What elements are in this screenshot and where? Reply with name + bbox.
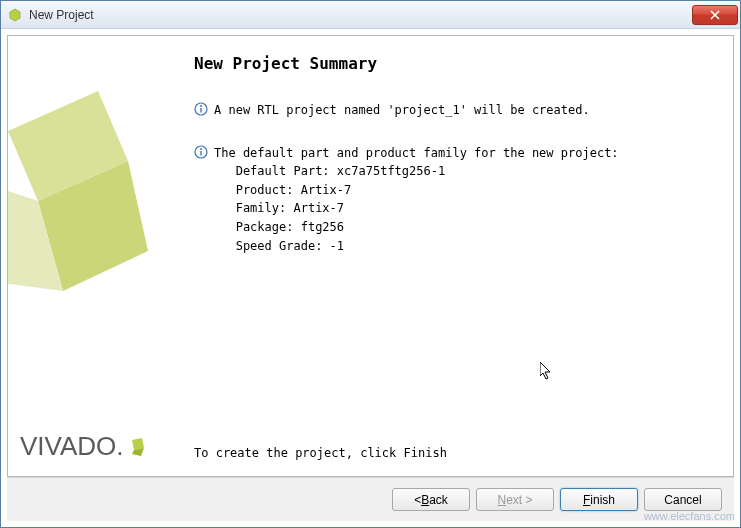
finish-hint: To create the project, click Finish xyxy=(194,446,713,460)
info-row-1: A new RTL project named 'project_1' will… xyxy=(194,101,713,120)
dialog-window: New Project VIVADO. xyxy=(0,0,741,528)
button-bar: < Back Next > Finish Cancel xyxy=(7,477,734,521)
logo-dot: . xyxy=(116,431,123,462)
back-button[interactable]: < Back xyxy=(392,488,470,511)
info-icon xyxy=(194,145,208,159)
titlebar: New Project xyxy=(1,1,740,29)
close-icon xyxy=(710,10,720,20)
app-icon xyxy=(7,7,23,23)
info-icon xyxy=(194,102,208,116)
logo-text: VIVADO xyxy=(20,431,116,462)
decorative-shape xyxy=(8,91,188,391)
info-text-2: The default part and product family for … xyxy=(214,144,619,256)
svg-rect-13 xyxy=(200,151,201,156)
svg-marker-6 xyxy=(132,438,144,450)
close-button[interactable] xyxy=(692,5,738,25)
window-title: New Project xyxy=(29,8,692,22)
side-graphic: VIVADO. xyxy=(8,36,188,476)
svg-point-9 xyxy=(200,105,202,107)
info-text-1: A new RTL project named 'project_1' will… xyxy=(214,101,590,120)
svg-marker-0 xyxy=(10,9,20,21)
vivado-logo: VIVADO. xyxy=(20,431,148,462)
page-title: New Project Summary xyxy=(194,54,713,73)
info-row-2: The default part and product family for … xyxy=(194,144,713,256)
svg-rect-10 xyxy=(200,108,201,113)
content-area: New Project Summary A new RTL project na… xyxy=(188,36,733,476)
next-button: Next > xyxy=(476,488,554,511)
svg-marker-7 xyxy=(132,448,144,456)
cancel-button[interactable]: Cancel xyxy=(644,488,722,511)
svg-point-12 xyxy=(200,148,202,150)
finish-button[interactable]: Finish xyxy=(560,488,638,511)
dialog-body: VIVADO. New Project Summary xyxy=(7,35,734,477)
logo-mark-icon xyxy=(126,436,148,458)
